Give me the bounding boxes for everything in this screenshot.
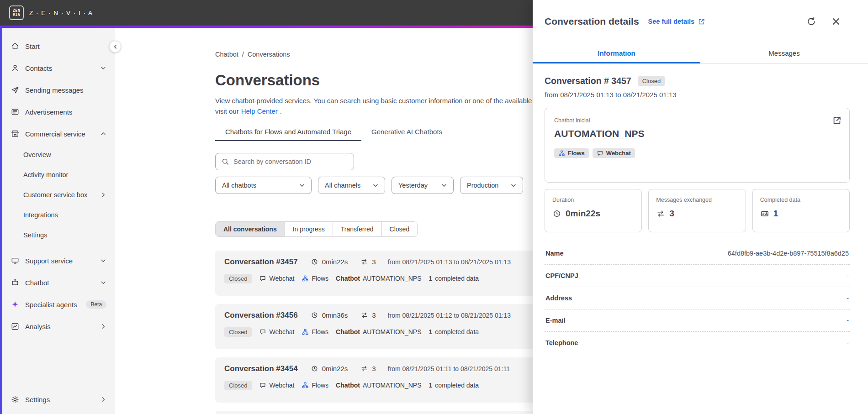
stat-duration-value: 0min22s [566,209,600,219]
chevron-right-icon [100,191,107,199]
chevron-down-icon [372,182,379,189]
detail-row-telephone: Telephone - [545,332,850,354]
date-filter-select[interactable]: Yesterday [392,177,454,194]
description-line2-prefix: visit our [215,106,239,116]
logo-line2: VIA [13,13,20,17]
stat-duration: Duration 0min22s [545,189,642,232]
detail-row-cpf-cnpj: CPF/CNPJ - [545,265,850,287]
logo-line1: ZEN [13,9,20,13]
swap-icon [360,311,368,319]
chatbot-name: AUTOMATION_NPS [363,328,422,335]
brand-text: Z · E · N · V · I · A [29,10,93,16]
stat-messages-exchanged: Messages exchanged 3 [648,189,746,232]
sidebar-item-specialist-agents[interactable]: Specialist agents Beta [2,293,115,315]
chevron-down-icon [510,182,517,189]
chatbot-card-label: Chatbot inicial [554,117,840,124]
tab-messages[interactable]: Messages [700,43,868,63]
conversation-channel: Webchat [269,275,294,282]
sidebar-item-label: Specialist agents [25,301,77,309]
stat-completed-data-value: 1 [773,209,778,219]
drawer-title: Conversation details [545,16,639,27]
drawer-conversation-period: from 08/21/2025 01:13 to 08/21/2025 01:1… [545,91,850,99]
sidebar-item-start[interactable]: Start [2,35,115,57]
breadcrumb-separator: / [242,51,244,58]
channels-filter-select[interactable]: All channels [318,177,385,194]
breadcrumb-current: Conversations [248,51,290,58]
gear-icon [11,395,20,404]
refresh-button[interactable] [806,16,817,27]
sparkle-icon [11,300,20,309]
sidebar-item-analysis[interactable]: Analysis [2,315,115,337]
sidebar-item-label: Advertisements [25,108,72,116]
conversation-duration: 0min22s [322,365,348,372]
beta-badge: Beta [86,300,106,309]
completed-data-count: 1 [429,382,433,389]
see-full-details-link[interactable]: See full details [648,18,706,26]
sidebar-item-contacts[interactable]: Contacts [2,57,115,79]
sidebar: Start Contacts Sending messages Advertis… [0,28,115,414]
sidebar-item-support-service[interactable]: Support service [2,250,115,272]
sidebar-subitem-activity-monitor[interactable]: Activity monitor [2,165,115,185]
sidebar-item-label: Integrations [23,211,58,219]
segment-closed[interactable]: Closed [382,222,418,236]
completed-data-label: completed data [435,328,479,335]
detail-row-name: Name 64fd8fb9-ae3b-4d2e-b897-75515f8a6d2… [545,242,850,265]
chat-bubble-icon [597,150,603,157]
sidebar-item-commercial-service[interactable]: Commercial service [2,123,115,145]
sidebar-item-label: Customer service box [23,191,87,199]
conversation-flow-type: Flows [312,382,328,389]
help-center-link[interactable]: Help Center [241,106,278,116]
conversation-messages-count: 3 [372,258,376,266]
completed-data-count: 1 [429,275,433,282]
conversation-messages-count: 3 [372,311,376,319]
drawer-header: Conversation details See full details [533,0,868,43]
conversation-title: Conversation #3454 [224,364,298,373]
flow-icon [302,328,309,335]
breadcrumb-chatbot-link[interactable]: Chatbot [215,51,238,58]
chatbot-card: Chatbot inicial AUTOMATION_NPS Flows Web… [545,108,850,183]
conversation-duration: 0min22s [322,258,348,266]
sidebar-subitem-overview[interactable]: Overview [2,145,115,165]
zenvia-logo[interactable]: ZEN VIA Z · E · N · V · I · A [9,5,93,20]
tab-information[interactable]: Information [533,43,700,63]
conversation-period: from 08/21/2025 01:13 to 08/21/2025 01:1… [388,258,511,266]
sidebar-item-label: Start [25,42,40,50]
flow-icon [302,382,309,389]
chat-bubble-icon [259,328,266,335]
sidebar-item-settings[interactable]: Settings [2,388,115,410]
chevron-down-icon [100,64,107,72]
flow-icon [558,150,565,157]
segment-in-progress[interactable]: In progress [285,222,333,236]
sidebar-subitem-customer-service-box[interactable]: Customer service box [2,185,115,205]
sidebar-collapse-button[interactable] [109,41,121,52]
swap-icon [360,365,368,372]
search-input[interactable] [233,158,348,165]
sidebar-item-label: Activity monitor [23,171,68,178]
open-chatbot-external-link-icon[interactable] [832,115,842,126]
chatbot-label: Chatbot [336,328,360,335]
chevron-up-icon [100,130,107,137]
status-segmented-control: All conversations In progress Transferre… [215,221,418,237]
tab-generative-ai-chatbots[interactable]: Generative AI Chatbots [361,123,452,141]
segment-all-conversations[interactable]: All conversations [216,222,285,236]
flows-tag: Flows [554,148,589,158]
tab-flows-automated-triage[interactable]: Chatbots for Flows and Automated Triage [215,123,361,141]
chatbots-filter-select[interactable]: All chatbots [215,177,312,194]
stat-messages-value: 3 [669,209,674,219]
sidebar-item-sending-messages[interactable]: Sending messages [2,79,115,101]
environment-filter-select[interactable]: Production [460,177,523,194]
sidebar-item-label: Chatbot [25,279,49,287]
webchat-tag: Webchat [593,148,635,158]
status-badge: Closed [638,76,665,86]
sidebar-item-chatbot[interactable]: Chatbot [2,272,115,293]
stat-completed-data: Completed data 1 [752,189,850,232]
detail-row-address: Address - [545,287,850,309]
sidebar-item-advertisements[interactable]: Advertisements [2,101,115,123]
sidebar-subitem-settings[interactable]: Settings [2,225,115,245]
close-icon[interactable] [831,16,842,27]
segment-transferred[interactable]: Transferred [333,222,382,236]
sidebar-subitem-integrations[interactable]: Integrations [2,205,115,225]
conversation-title: Conversation #3457 [224,257,298,267]
drawer-conversation-title: Conversation # 3457 [545,76,631,86]
detail-row-email: E-mail - [545,309,850,332]
